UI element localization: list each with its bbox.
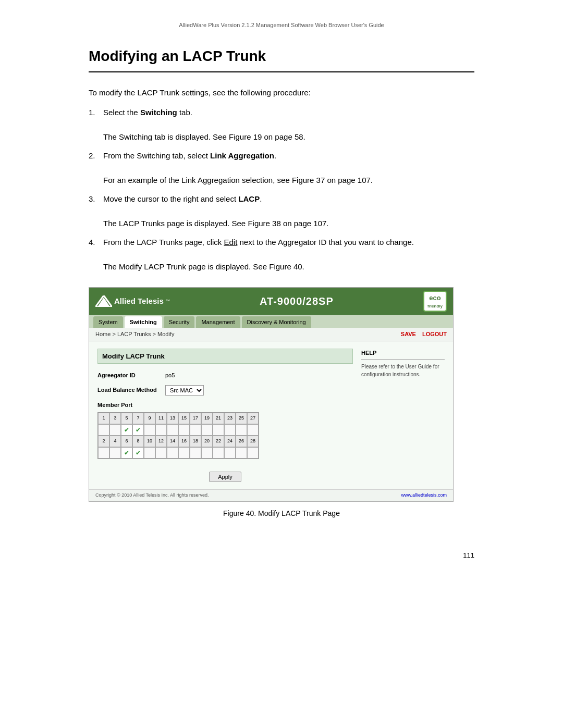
- port-20[interactable]: 20: [201, 436, 213, 447]
- check-9[interactable]: [144, 424, 155, 436]
- port-27[interactable]: 27: [247, 413, 259, 424]
- port-23[interactable]: 23: [224, 413, 236, 424]
- check-19[interactable]: [201, 424, 213, 436]
- nav-tab-security[interactable]: Security: [164, 316, 195, 328]
- port-11[interactable]: 11: [155, 413, 167, 424]
- check-28[interactable]: [247, 447, 259, 459]
- check-6[interactable]: ✔: [121, 447, 132, 459]
- apply-button[interactable]: Apply: [209, 472, 241, 482]
- device-model: AT-9000/28SP: [260, 293, 334, 309]
- page-title: Modifying an LACP Trunk: [89, 45, 474, 72]
- port-19[interactable]: 19: [201, 413, 213, 424]
- nav-tab-discovery[interactable]: Discovery & Monitoring: [242, 316, 311, 328]
- check-10[interactable]: [144, 447, 155, 459]
- check-20[interactable]: [201, 447, 213, 459]
- brand-name: Allied Telesis: [114, 295, 164, 307]
- nav-tab-system[interactable]: System: [93, 316, 123, 328]
- save-link[interactable]: SAVE: [401, 330, 416, 339]
- check-17[interactable]: [190, 424, 201, 436]
- port-check-row-2: ✔ ✔: [98, 447, 259, 459]
- check-12[interactable]: [155, 447, 167, 459]
- step-4-number: 4.: [89, 237, 103, 253]
- check-25[interactable]: [236, 424, 247, 436]
- port-15[interactable]: 15: [178, 413, 190, 424]
- check-21[interactable]: [213, 424, 224, 436]
- port-16[interactable]: 16: [178, 436, 190, 447]
- port-6[interactable]: 6: [121, 436, 132, 447]
- check-11[interactable]: [155, 424, 167, 436]
- check-23[interactable]: [224, 424, 236, 436]
- check-24[interactable]: [224, 447, 236, 459]
- port-1[interactable]: 1: [98, 413, 109, 424]
- check-13[interactable]: [167, 424, 178, 436]
- brand-logo-icon: [95, 295, 112, 307]
- brand-logo: Allied Telesis™: [95, 295, 170, 307]
- section-title: Modify LACP Trunk: [97, 349, 353, 364]
- load-balance-group: Load Balance Method Src MAC: [97, 385, 353, 396]
- step-2-bold: Link Aggregation: [210, 151, 274, 160]
- port-4[interactable]: 4: [109, 436, 121, 447]
- port-25[interactable]: 25: [236, 413, 247, 424]
- step-3-bold: LACP: [238, 194, 260, 203]
- port-22[interactable]: 22: [213, 436, 224, 447]
- nav-tab-management[interactable]: Management: [196, 316, 240, 328]
- step-1-number: 1.: [89, 107, 103, 123]
- aggregator-id-group: Agreegator ID po5: [97, 371, 353, 380]
- logout-link[interactable]: LOGOUT: [422, 330, 447, 339]
- nav-tab-switching[interactable]: Switching: [125, 316, 162, 328]
- check-8[interactable]: ✔: [132, 447, 144, 459]
- check-26[interactable]: [236, 447, 247, 459]
- port-13[interactable]: 13: [167, 413, 178, 424]
- port-17[interactable]: 17: [190, 413, 201, 424]
- port-10[interactable]: 10: [144, 436, 155, 447]
- step-2-number: 2.: [89, 150, 103, 166]
- help-title: Help: [361, 349, 445, 360]
- footer-link[interactable]: www.alliedtelesis.com: [401, 492, 447, 499]
- check-15[interactable]: [178, 424, 190, 436]
- port-26[interactable]: 26: [236, 436, 247, 447]
- breadcrumb: Home > LACP Trunks > Modify: [95, 330, 174, 339]
- help-text: Please refer to the User Guide for confi…: [361, 363, 445, 378]
- load-balance-select[interactable]: Src MAC: [165, 385, 204, 396]
- port-8[interactable]: 8: [132, 436, 144, 447]
- port-5[interactable]: 5: [121, 413, 132, 424]
- aggregator-id-label: Agreegator ID: [97, 371, 160, 380]
- check-14[interactable]: [167, 447, 178, 459]
- port-grid: 1 3 5 7 9 11 13 15 17 19 21 23 2: [97, 412, 259, 459]
- content-area: Modify LACP Trunk Agreegator ID po5 Load…: [89, 341, 453, 490]
- port-row-1: 1 3 5 7 9 11 13 15 17 19 21 23 2: [98, 413, 259, 424]
- port-7[interactable]: 7: [132, 413, 144, 424]
- check-1[interactable]: [98, 424, 109, 436]
- check-22[interactable]: [213, 447, 224, 459]
- check-5[interactable]: ✔: [121, 424, 132, 436]
- port-9[interactable]: 9: [144, 413, 155, 424]
- eco-sub: friendly: [427, 303, 443, 310]
- check-3[interactable]: [109, 424, 121, 436]
- port-12[interactable]: 12: [155, 436, 167, 447]
- check-16[interactable]: [178, 447, 190, 459]
- check-18[interactable]: [190, 447, 201, 459]
- member-port-section: Member Port 1 3 5 7 9 11 13 15 17: [97, 401, 353, 462]
- port-2[interactable]: 2: [98, 436, 109, 447]
- nav-tabs: System Switching Security Management Dis…: [89, 315, 453, 328]
- check-4[interactable]: [109, 447, 121, 459]
- load-balance-label: Load Balance Method: [97, 386, 160, 394]
- check-2[interactable]: [98, 447, 109, 459]
- check-7[interactable]: ✔: [132, 424, 144, 436]
- step-4-text: From the LACP Trunks page, click Edit ne…: [103, 237, 474, 249]
- port-3[interactable]: 3: [109, 413, 121, 424]
- port-24[interactable]: 24: [224, 436, 236, 447]
- step-4-note: The Modify LACP Trunk page is displayed.…: [103, 261, 474, 273]
- page-header-meta: AlliedWare Plus Version 2.1.2 Management…: [89, 21, 474, 30]
- intro-text: To modify the LACP Trunk settings, see t…: [89, 87, 474, 99]
- eco-main: eco: [427, 293, 443, 303]
- port-check-row-1: ✔ ✔: [98, 424, 259, 436]
- port-18[interactable]: 18: [190, 436, 201, 447]
- step-3-number: 3.: [89, 193, 103, 209]
- check-27[interactable]: [247, 424, 259, 436]
- port-14[interactable]: 14: [167, 436, 178, 447]
- apply-row: Apply: [97, 471, 353, 483]
- port-21[interactable]: 21: [213, 413, 224, 424]
- port-28[interactable]: 28: [247, 436, 259, 447]
- device-header: Allied Telesis™ AT-9000/28SP eco friendl…: [89, 288, 453, 315]
